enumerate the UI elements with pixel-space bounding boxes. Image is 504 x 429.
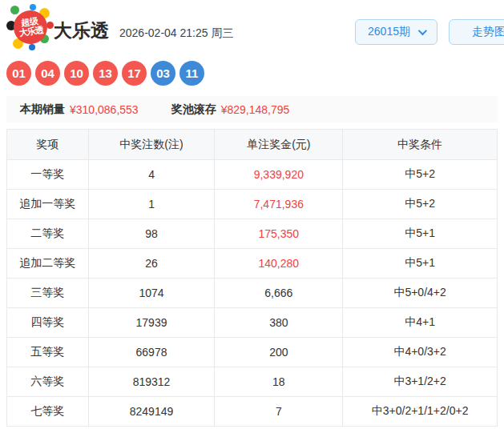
- table-row: 追加二等奖26140,280中5+1: [7, 249, 498, 279]
- table-row: 二等奖98175,350中5+1: [7, 219, 498, 249]
- logo-dot: [10, 6, 19, 14]
- table-row: 五等奖66978200中4+0/3+2: [7, 338, 498, 367]
- trend-chart-button-label: 走势图: [472, 25, 504, 39]
- win-condition: 中4+1: [343, 308, 498, 338]
- prize-amount: 18: [215, 367, 343, 397]
- column-header-win-condition: 中奖条件: [343, 130, 498, 160]
- prize-name: 六等奖: [7, 367, 89, 397]
- prize-name: 一等奖: [7, 160, 89, 190]
- column-header-prize-amount: 单注奖金(元): [215, 130, 343, 160]
- win-condition: 中5+1: [343, 219, 498, 249]
- win-condition: 中4+0/3+2: [343, 338, 498, 367]
- lotto-ball-front: 10: [64, 61, 89, 86]
- prize-name: 二等奖: [7, 219, 89, 249]
- logo-dot: [29, 44, 35, 50]
- prize-table-header-row: 奖项 中奖注数(注) 单注奖金(元) 中奖条件: [7, 130, 498, 160]
- winner-count: 98: [88, 219, 215, 249]
- prize-amount: 6,666: [215, 279, 343, 308]
- logo-dot: [30, 4, 36, 10]
- draw-datetime: 2026-02-04 21:25 周三: [119, 26, 233, 41]
- super-lotto-logo: 超级 大乐透: [6, 4, 53, 50]
- win-condition: 中5+1: [343, 249, 498, 279]
- sales-bar: 本期销量 ¥310,086,553 奖池滚存 ¥829,148,795: [6, 96, 498, 122]
- table-row: 追加一等奖17,471,936中5+2: [7, 190, 498, 219]
- win-condition: 中5+2: [343, 190, 498, 219]
- sales-label: 本期销量: [20, 102, 65, 117]
- prize-amount: 175,350: [215, 219, 343, 249]
- lotto-ball-front: 04: [35, 61, 60, 86]
- page-title: 大乐透: [54, 18, 109, 43]
- prize-name: 七等奖: [7, 397, 89, 427]
- lotto-ball-front: 01: [6, 61, 31, 86]
- lotto-ball-back: 11: [179, 61, 204, 86]
- prize-name: 三等奖: [7, 279, 89, 308]
- issue-select[interactable]: 26015期: [355, 19, 437, 45]
- winner-count: 26: [88, 249, 215, 279]
- win-condition: 中3+1/2+2: [343, 367, 498, 397]
- prize-name: 四等奖: [7, 308, 89, 338]
- lotto-ball-back: 03: [151, 61, 175, 86]
- lotto-ball-front: 13: [93, 61, 118, 86]
- prize-name: 五等奖: [7, 338, 89, 367]
- winner-count: 1074: [88, 279, 215, 308]
- draw-numbers: 01041013170311: [6, 61, 504, 86]
- prize-table-body: 一等奖49,339,920中5+2追加一等奖17,471,936中5+2二等奖9…: [7, 160, 498, 427]
- prize-amount: 140,280: [215, 249, 343, 279]
- issue-select-value: 26015期: [368, 25, 410, 39]
- winner-count: 8249149: [88, 397, 215, 427]
- sales-value: ¥310,086,553: [70, 103, 139, 116]
- win-condition: 中3+0/2+1/1+2/0+2: [343, 397, 498, 427]
- winner-count: 1: [88, 190, 215, 219]
- prize-name: 追加一等奖: [7, 190, 89, 219]
- prize-amount: 380: [215, 308, 343, 338]
- table-row: 一等奖49,339,920中5+2: [7, 160, 498, 190]
- table-row: 六等奖81931218中3+1/2+2: [7, 367, 498, 397]
- table-row: 三等奖10746,666中5+0/4+2: [7, 279, 498, 308]
- column-header-winner-count: 中奖注数(注): [88, 130, 215, 160]
- winner-count: 66978: [88, 338, 215, 367]
- winner-count: 17939: [88, 308, 215, 338]
- trend-chart-button[interactable]: 走势图: [449, 19, 504, 45]
- prize-name: 追加二等奖: [7, 249, 89, 279]
- pool-label: 奖池滚存: [171, 102, 216, 117]
- table-row: 七等奖82491497中3+0/2+1/1+2/0+2: [7, 397, 498, 427]
- header: 超级 大乐透 大乐透 2026-02-04 21:25 周三 26015期 走势…: [0, 0, 504, 51]
- logo-dot: [46, 22, 54, 29]
- column-header-prize: 奖项: [7, 130, 89, 160]
- win-condition: 中5+0/4+2: [343, 279, 498, 308]
- chevron-down-icon: [418, 26, 427, 35]
- table-row: 四等奖17939380中4+1: [7, 308, 498, 338]
- prize-amount: 7: [215, 397, 343, 427]
- prize-table: 奖项 中奖注数(注) 单注奖金(元) 中奖条件 一等奖49,339,920中5+…: [6, 129, 498, 427]
- prize-amount: 7,471,936: [215, 190, 343, 219]
- logo-text-line2: 大乐透: [18, 26, 43, 38]
- prize-amount: 200: [215, 338, 343, 367]
- pool-value: ¥829,148,795: [221, 103, 290, 116]
- win-condition: 中5+2: [343, 160, 498, 190]
- lotto-ball-front: 17: [122, 61, 147, 86]
- winner-count: 4: [88, 160, 215, 190]
- winner-count: 819312: [88, 367, 215, 397]
- prize-amount: 9,339,920: [215, 160, 343, 190]
- title-wrap: 大乐透 2026-02-04 21:25 周三: [54, 18, 233, 43]
